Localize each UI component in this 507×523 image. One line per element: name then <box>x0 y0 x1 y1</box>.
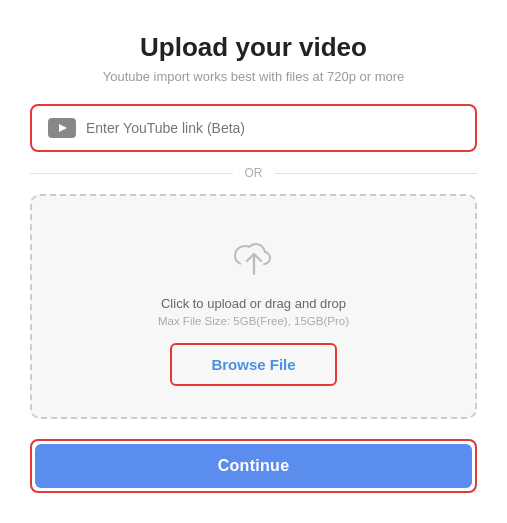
dropzone-area[interactable]: Click to upload or drag and drop Max Fil… <box>30 194 477 419</box>
continue-btn-wrapper: Continue <box>30 439 477 493</box>
youtube-section <box>30 104 477 152</box>
upload-icon-wrapper <box>228 232 280 284</box>
divider-line-right <box>275 173 478 174</box>
continue-button[interactable]: Continue <box>35 444 472 488</box>
youtube-input-wrapper <box>38 110 469 146</box>
upload-container: Upload your video Youtube import works b… <box>0 0 507 523</box>
page-subtitle: Youtube import works best with files at … <box>103 69 405 84</box>
divider-line-left <box>30 173 233 174</box>
upload-cloud-icon <box>228 232 280 280</box>
youtube-icon <box>48 118 76 138</box>
or-divider: OR <box>30 166 477 180</box>
page-title: Upload your video <box>140 32 367 63</box>
or-text: OR <box>245 166 263 180</box>
dropzone-main-text: Click to upload or drag and drop <box>161 296 346 311</box>
browse-file-button[interactable]: Browse File <box>175 348 331 381</box>
youtube-link-input[interactable] <box>86 120 459 136</box>
dropzone-sub-text: Max File Size: 5GB(Free), 15GB(Pro) <box>158 315 349 327</box>
browse-btn-wrapper: Browse File <box>170 343 336 386</box>
